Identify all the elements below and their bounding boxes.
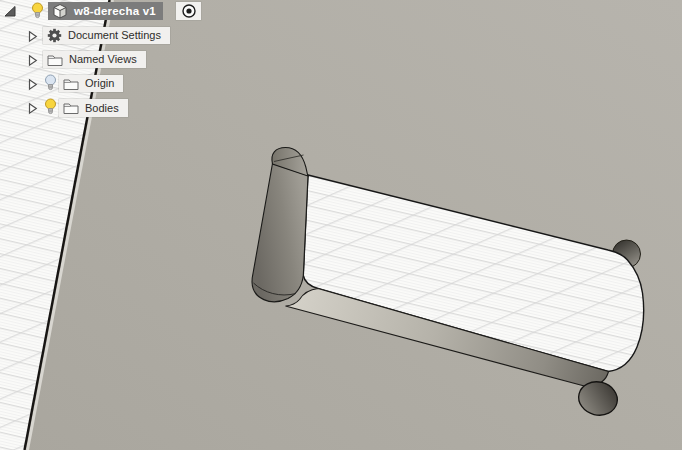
tree-row-origin[interactable]: Origin: [0, 75, 210, 93]
tree-row-named-views[interactable]: Named Views: [0, 51, 210, 69]
activate-component-radio[interactable]: [176, 2, 201, 20]
tree-item-label: Named Views: [69, 51, 137, 68]
tree-row-root[interactable]: w8-derecha v1: [0, 2, 210, 20]
expand-triangle-open-icon[interactable]: [3, 4, 17, 18]
expand-triangle-icon[interactable]: [28, 102, 38, 115]
tree-item-label: Document Settings: [68, 27, 161, 44]
folder-icon: [63, 101, 79, 115]
folder-icon: [47, 53, 63, 67]
root-component-selected[interactable]: w8-derecha v1: [48, 2, 163, 20]
fusion-window: w8-derecha v1: [0, 0, 682, 450]
tree-row-bodies[interactable]: Bodies: [0, 99, 210, 117]
component-cube-icon: [51, 3, 69, 20]
gear-icon: [47, 28, 62, 43]
tree-item-label: Bodies: [85, 100, 119, 117]
row-content[interactable]: Origin: [59, 75, 123, 92]
row-content[interactable]: Named Views: [43, 51, 146, 68]
folder-icon: [63, 77, 79, 91]
row-content[interactable]: Bodies: [59, 99, 128, 117]
tree-item-label: Origin: [85, 75, 114, 92]
lightbulb-on-icon[interactable]: [44, 98, 57, 117]
radio-target-icon: [181, 3, 197, 19]
root-component-label: w8-derecha v1: [74, 5, 156, 17]
row-content[interactable]: Document Settings: [43, 27, 170, 44]
expand-triangle-icon[interactable]: [28, 30, 38, 43]
expand-triangle-icon[interactable]: [28, 78, 38, 91]
lightbulb-on-icon[interactable]: [31, 2, 44, 21]
tree-row-document-settings[interactable]: Document Settings: [0, 27, 210, 45]
lightbulb-off-icon[interactable]: [44, 74, 57, 93]
expand-triangle-icon[interactable]: [28, 54, 38, 67]
